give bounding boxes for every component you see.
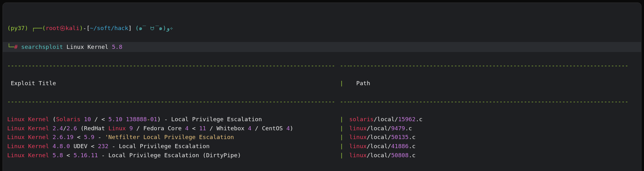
table-row: Linux Kernel 5.8 < 5.16.11 - Local Privi…: [7, 151, 637, 160]
exploit-title: Linux Kernel 4.8.0 UDEV < 232 - Local Pr…: [7, 142, 340, 151]
exploit-path: linux/local/9479.c: [349, 124, 637, 133]
prompt-user: root: [46, 25, 60, 31]
command-args-version: 5.8: [112, 44, 122, 50]
prompt-face: (๑‾ ꇴ‾๑)و✧: [132, 25, 173, 31]
command-name: searchsploit: [21, 44, 63, 50]
exploit-title: Linux Kernel 2.6.19 < 5.9 - 'Netfilter L…: [7, 133, 340, 142]
row-separator: |: [340, 133, 349, 142]
table-row: Linux Kernel (Solaris 10 / < 5.10 138888…: [7, 115, 637, 124]
row-separator: |: [340, 142, 349, 151]
exploit-title: Linux Kernel 2.4/2.6 (RedHat Linux 9 / F…: [7, 124, 340, 133]
column-separator: |: [340, 79, 349, 88]
divider-bottom: ----------------------------------------…: [7, 169, 637, 171]
divider-top: ----------------------------------------…: [7, 61, 637, 70]
env-name: (py37): [7, 25, 28, 31]
table-row: Linux Kernel 2.6.19 < 5.9 - 'Netfilter L…: [7, 133, 637, 142]
prompt-host: kali: [65, 25, 80, 31]
exploit-path: linux/local/50135.c: [349, 133, 637, 142]
prompt-path: ~/soft/hack: [90, 25, 128, 31]
prompt-box-top: ┌──: [32, 25, 42, 31]
exploit-title: Linux Kernel 5.8 < 5.16.11 - Local Privi…: [7, 151, 340, 160]
divider-mid: ----------------------------------------…: [7, 97, 637, 106]
column-header-title: Exploit Title: [7, 79, 340, 88]
exploit-title: Linux Kernel (Solaris 10 / < 5.10 138888…: [7, 115, 340, 124]
prompt-box-bottom: └─: [7, 44, 14, 50]
table-row: Linux Kernel 2.4/2.6 (RedHat Linux 9 / F…: [7, 124, 637, 133]
exploit-path: linux/local/50808.c: [349, 151, 637, 160]
table-header: Exploit Title| Path: [7, 79, 637, 88]
prompt-line-2[interactable]: └─# searchsploit Linux Kernel 5.8: [3, 42, 641, 52]
prompt-hash: #: [14, 44, 21, 50]
row-separator: |: [340, 151, 349, 160]
row-separator: |: [340, 115, 349, 124]
exploit-path: linux/local/41886.c: [349, 142, 637, 151]
terminal[interactable]: (py37) ┌──(root㉿kali)-[~/soft/hack] (๑‾ …: [3, 3, 641, 171]
prompt-symbol: ㉿: [60, 25, 65, 31]
prompt-line-1: (py37) ┌──(root㉿kali)-[~/soft/hack] (๑‾ …: [7, 24, 637, 33]
command-args-text: Linux Kernel: [63, 44, 112, 50]
row-separator: |: [340, 124, 349, 133]
column-header-path: Path: [349, 79, 637, 88]
table-row: Linux Kernel 4.8.0 UDEV < 232 - Local Pr…: [7, 142, 637, 151]
exploit-path: solaris/local/15962.c: [349, 115, 637, 124]
